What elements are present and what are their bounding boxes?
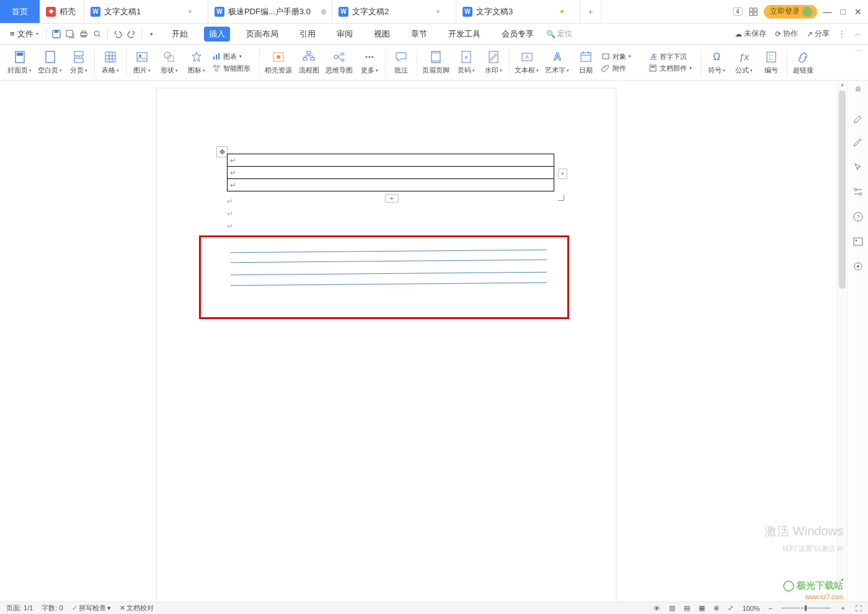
add-row-handle[interactable]: + bbox=[385, 194, 399, 203]
fit-icon[interactable]: ⤢ bbox=[728, 604, 733, 612]
maximize-button[interactable]: □ bbox=[841, 7, 846, 17]
help-panel-icon[interactable]: ? bbox=[852, 211, 864, 223]
flowchart-button[interactable]: 流程图 bbox=[297, 46, 321, 79]
tab-start[interactable]: 开始 bbox=[167, 27, 193, 42]
zoom-slider[interactable] bbox=[781, 607, 831, 609]
table-move-handle[interactable]: ✥ bbox=[216, 146, 228, 157]
page-number-button[interactable]: #页码▾ bbox=[454, 46, 478, 79]
search-locate[interactable]: 🔍 定位 bbox=[546, 29, 572, 39]
print-preview-icon[interactable] bbox=[91, 28, 104, 40]
menu-more-icon[interactable]: ⋮ bbox=[838, 30, 846, 38]
spellcheck-toggle[interactable]: ✓拼写检查 ▾ bbox=[72, 603, 111, 613]
unsaved-indicator[interactable]: ☁未保存 bbox=[735, 29, 766, 39]
layout2-icon[interactable]: ▤ bbox=[684, 604, 690, 612]
mindmap-button[interactable]: 思维导图 bbox=[324, 46, 354, 79]
table-cell[interactable]: ↵ bbox=[228, 154, 554, 167]
textbox-button[interactable]: A文本框▾ bbox=[513, 46, 540, 79]
dropcap-button[interactable]: A首字下沉 bbox=[649, 52, 697, 61]
save-as-icon[interactable] bbox=[64, 28, 76, 40]
tab-doc-2[interactable]: W 极速PDF编...户手册3.0 ⊗ bbox=[208, 0, 332, 23]
close-button[interactable]: ✕ bbox=[854, 7, 862, 17]
tab-reference[interactable]: 引用 bbox=[294, 27, 321, 42]
zoom-value[interactable]: 100% bbox=[742, 605, 760, 612]
tab-doc-3[interactable]: W 文字文稿2 bbox=[332, 0, 456, 23]
header-footer-button[interactable]: 页眉页脚 bbox=[421, 46, 451, 79]
page-break-button[interactable]: 分页▾ bbox=[67, 46, 91, 79]
tool-panel-icon[interactable] bbox=[852, 260, 864, 273]
save-icon[interactable] bbox=[50, 28, 63, 40]
tab-section[interactable]: 章节 bbox=[406, 27, 432, 42]
badge-icon[interactable]: 4 bbox=[733, 7, 743, 15]
document-area[interactable]: ✥ ↵ ↵ ↵ + + ↵ ↵ ↵ bbox=[0, 81, 847, 602]
table-button[interactable]: 表格▾ bbox=[99, 46, 122, 79]
shape-button[interactable]: 形状▾ bbox=[157, 46, 181, 79]
scroll-up-icon[interactable]: ▲ bbox=[839, 82, 846, 89]
number-button[interactable]: 1—2—编号 bbox=[760, 46, 783, 79]
page-indicator[interactable]: 页面: 1/1 bbox=[6, 603, 33, 613]
tab-doc-1[interactable]: W 文字文稿1 bbox=[84, 0, 208, 23]
file-menu[interactable]: ≡ 文件 ▾ bbox=[6, 29, 42, 40]
fullscreen-icon[interactable]: ⛶ bbox=[855, 605, 862, 612]
add-column-handle[interactable]: + bbox=[558, 169, 567, 179]
panel-collapse-icon[interactable]: ≡ bbox=[852, 83, 864, 95]
style-panel-icon[interactable] bbox=[852, 112, 864, 124]
zoom-out-icon[interactable]: − bbox=[769, 605, 773, 612]
icon-button[interactable]: 图标▾ bbox=[185, 46, 208, 79]
ribbon-overflow-icon[interactable]: ⋯ bbox=[855, 47, 862, 55]
zoom-in-icon[interactable]: ＋ bbox=[839, 603, 846, 613]
page-1[interactable]: ✥ ↵ ↵ ↵ + + ↵ ↵ ↵ bbox=[156, 88, 616, 602]
collapse-ribbon-icon[interactable]: ︿ bbox=[854, 29, 862, 39]
redo-icon[interactable] bbox=[125, 28, 138, 40]
tab-view[interactable]: 视图 bbox=[369, 27, 395, 42]
attach-button[interactable]: 附件 bbox=[601, 64, 645, 73]
layout3-icon[interactable]: ▦ bbox=[699, 604, 705, 612]
symbol-button[interactable]: Ω符号▾ bbox=[705, 46, 728, 79]
tab-pagelayout[interactable]: 页面布局 bbox=[241, 27, 283, 42]
tab-home[interactable]: 首页 bbox=[0, 0, 40, 23]
document-table[interactable]: ↵ ↵ ↵ bbox=[227, 154, 554, 191]
minimize-button[interactable]: — bbox=[823, 7, 832, 17]
picture-button[interactable]: 图片▾ bbox=[130, 46, 154, 79]
more-button[interactable]: 更多▾ bbox=[358, 46, 381, 79]
table-resize-handle[interactable] bbox=[558, 195, 564, 201]
table-cell[interactable]: ↵ bbox=[228, 167, 554, 179]
coop-button[interactable]: ⟳协作 bbox=[775, 29, 798, 39]
smartart-button[interactable]: 智能图形 bbox=[212, 64, 255, 73]
tab-daoke[interactable]: ❖ 稻壳 bbox=[40, 0, 84, 23]
tab-member[interactable]: 会员专享 bbox=[497, 27, 539, 42]
print-icon[interactable] bbox=[78, 28, 90, 40]
cover-page-button[interactable]: 封面页▾ bbox=[6, 46, 33, 79]
wordart-button[interactable]: A艺术字▾ bbox=[544, 46, 570, 79]
hyperlink-button[interactable]: 超链接 bbox=[791, 46, 815, 79]
docproof-toggle[interactable]: ✕文档校对 bbox=[120, 603, 154, 613]
login-button[interactable]: 立即登录 bbox=[764, 5, 817, 19]
layout1-icon[interactable]: ▥ bbox=[669, 604, 675, 612]
undo-icon[interactable] bbox=[112, 28, 124, 40]
blank-page-button[interactable]: 空白页▾ bbox=[37, 46, 63, 79]
quickaccess-dropdown[interactable]: ▾ bbox=[146, 28, 158, 40]
web-layout-icon[interactable]: ⊕ bbox=[714, 604, 719, 612]
tab-developer[interactable]: 开发工具 bbox=[443, 27, 485, 42]
date-button[interactable]: 日期 bbox=[574, 46, 598, 79]
daoke-resource-button[interactable]: 稻壳资源 bbox=[264, 46, 293, 79]
word-count[interactable]: 字数: 0 bbox=[42, 603, 63, 613]
share-button[interactable]: ↗分享 bbox=[807, 29, 830, 39]
docpart-button[interactable]: 文档部件▾ bbox=[649, 64, 697, 73]
watermark-button[interactable]: 水印▾ bbox=[482, 46, 505, 79]
table-cell[interactable]: ↵ bbox=[228, 179, 554, 191]
comment-button[interactable]: 批注 bbox=[389, 46, 413, 79]
add-tab-button[interactable]: ＋ bbox=[580, 0, 601, 23]
pen-panel-icon[interactable] bbox=[852, 136, 864, 149]
tab-close-icon[interactable]: ⊗ bbox=[321, 7, 327, 16]
image-panel-icon[interactable] bbox=[852, 235, 864, 248]
tab-review[interactable]: 审阅 bbox=[332, 27, 358, 42]
tab-insert[interactable]: 插入 bbox=[204, 27, 230, 42]
apps-icon[interactable] bbox=[749, 7, 758, 16]
tab-doc-4-active[interactable]: W 文字文稿3 bbox=[456, 0, 580, 23]
formula-button[interactable]: ƒx公式▾ bbox=[732, 46, 756, 79]
object-button[interactable]: 对象▾ bbox=[601, 52, 645, 61]
view-mode-icon[interactable]: 👁 bbox=[653, 605, 660, 612]
select-panel-icon[interactable] bbox=[852, 161, 864, 173]
chart-button[interactable]: 图表▾ bbox=[212, 52, 255, 61]
scroll-thumb[interactable] bbox=[839, 90, 846, 289]
